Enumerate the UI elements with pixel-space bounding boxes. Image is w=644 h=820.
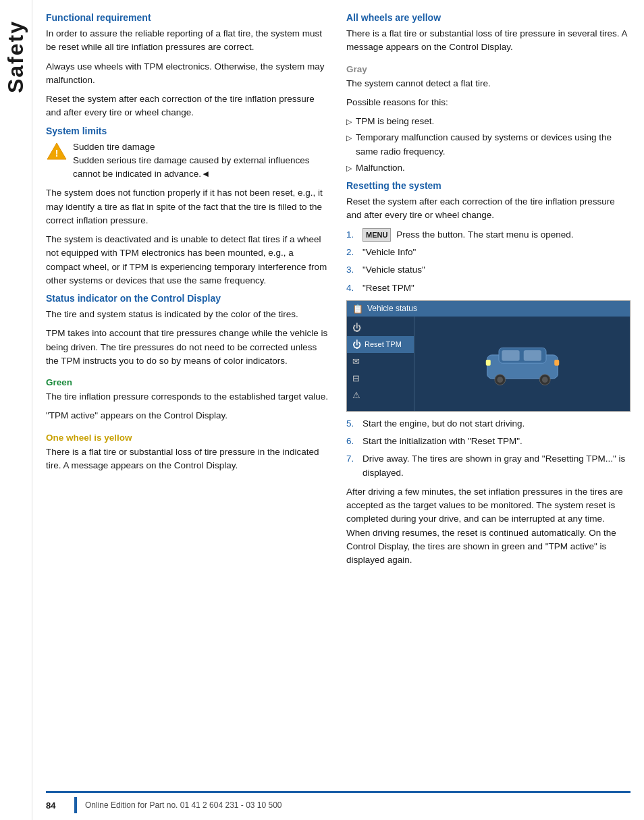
step-1-num: 1. — [346, 228, 357, 242]
step-5-num: 5. — [346, 417, 357, 431]
vs-menu-item-0[interactable]: ⏻ — [347, 319, 414, 336]
vs-reset-tpm-label: Reset TPM — [365, 340, 402, 348]
svg-rect-4 — [502, 350, 519, 361]
step-3-text: "Vehicle status" — [363, 263, 425, 277]
svg-rect-5 — [523, 350, 541, 361]
two-column-layout: Functional requirement In order to assur… — [46, 12, 630, 784]
power-icon: ⏻ — [352, 323, 361, 333]
step-2: 2. "Vehicle Info" — [346, 246, 630, 259]
functional-requirement-heading: Functional requirement — [46, 12, 330, 23]
svg-text:!: ! — [55, 148, 59, 159]
right-column: All wheels are yellow There is a flat ti… — [346, 12, 630, 784]
gray-para1: The system cannot detect a flat tire. — [346, 77, 630, 90]
step-2-text: "Vehicle Info" — [363, 246, 416, 259]
menu-badge: MENU — [363, 228, 391, 242]
func-req-para1: In order to assure the reliable reportin… — [46, 27, 330, 55]
reset-tpm-icon: ⏻ — [352, 339, 361, 350]
footer-divider — [74, 797, 77, 813]
step-6-text: Start the initialization with "Reset TPM… — [363, 435, 522, 448]
sidebar-label: Safety — [3, 20, 28, 93]
vs-menu-item-3[interactable]: ⊟ — [347, 370, 414, 387]
all-wheels-yellow-section: All wheels are yellow There is a flat ti… — [346, 12, 630, 55]
step-4: 4. "Reset TPM" — [346, 281, 630, 295]
svg-rect-11 — [554, 360, 559, 366]
gray-bullet-2: Malfunction. — [346, 161, 630, 175]
warning-line1: Sudden tire damage — [73, 142, 155, 152]
left-column: Functional requirement In order to assur… — [46, 12, 330, 784]
gray-bullet-list: TPM is being reset. Temporary malfunctio… — [346, 115, 630, 175]
warning-text: Sudden tire damage Sudden serious tire d… — [73, 140, 330, 182]
warning-menu-icon: ⚠ — [352, 390, 360, 400]
vs-body: ⏻ ⏻ Reset TPM ✉ ⊟ — [347, 317, 630, 411]
step-5: 5. Start the engine, but do not start dr… — [346, 417, 630, 431]
gray-section: Gray The system cannot detect a flat tir… — [346, 64, 630, 175]
vs-menu-item-2[interactable]: ✉ — [347, 353, 414, 370]
one-wheel-para1: There is a flat tire or substantial loss… — [46, 445, 330, 473]
all-wheels-yellow-heading: All wheels are yellow — [346, 12, 630, 23]
step-2-num: 2. — [346, 246, 357, 259]
step-6: 6. Start the initialization with "Reset … — [346, 435, 630, 448]
green-heading: Green — [46, 377, 330, 387]
warning-box: ! Sudden tire damage Sudden serious tire… — [46, 140, 330, 182]
main-content: Functional requirement In order to assur… — [32, 0, 644, 820]
final-para: After driving a few minutes, the set inf… — [346, 485, 630, 568]
one-wheel-yellow-heading: One wheel is yellow — [46, 433, 330, 443]
gray-para2: Possible reasons for this: — [346, 96, 630, 109]
vs-menu: ⏻ ⏻ Reset TPM ✉ ⊟ — [347, 317, 414, 411]
svg-point-9 — [541, 377, 547, 383]
sidebar: Safety — [0, 0, 32, 820]
step-1: 1. MENU Press the button. The start menu… — [346, 228, 630, 242]
step-7: 7. Drive away. The tires are shown in gr… — [346, 452, 630, 480]
step-3-num: 3. — [346, 263, 357, 277]
green-para1: The tire inflation pressure corresponds … — [46, 390, 330, 404]
warning-line2: Sudden serious tire damage caused by ext… — [73, 155, 309, 179]
car-diagram-svg — [475, 337, 570, 391]
step-1-text: MENU Press the button. The start menu is… — [363, 228, 574, 242]
vs-menu-item-4[interactable]: ⚠ — [347, 387, 414, 404]
resetting-system-heading: Resetting the system — [346, 180, 630, 191]
step-6-num: 6. — [346, 435, 357, 448]
system-limits-heading: System limits — [46, 126, 330, 136]
svg-point-7 — [497, 377, 503, 383]
sys-limits-para2: The system is deactivated and is unable … — [46, 233, 330, 288]
message-icon: ✉ — [352, 356, 360, 366]
vehicle-status-screenshot: 📋 Vehicle status ⏻ ⏻ Reset TPM — [346, 300, 630, 412]
vs-car-area — [414, 317, 630, 411]
page-wrapper: Safety Functional requirement In order t… — [0, 0, 644, 820]
func-req-para3: Reset the system after each correction o… — [46, 92, 330, 120]
step-7-text: Drive away. The tires are shown in gray … — [363, 452, 630, 480]
status-para1: The tire and system status is indicated … — [46, 308, 330, 321]
step-4-text: "Reset TPM" — [363, 281, 414, 295]
one-wheel-yellow-section: One wheel is yellow There is a flat tire… — [46, 433, 330, 473]
vs-header-icon: 📋 — [352, 304, 363, 314]
svg-rect-10 — [485, 360, 490, 366]
green-section: Green The tire inflation pressure corres… — [46, 377, 330, 423]
page-footer: 84 Online Edition for Part no. 01 41 2 6… — [46, 791, 630, 813]
resetting-para1: Reset the system after each correction o… — [346, 195, 630, 223]
gray-bullet-0: TPM is being reset. — [346, 115, 630, 128]
status-para2: TPM takes into account that tire pressur… — [46, 327, 330, 368]
all-wheels-para1: There is a flat tire or substantial loss… — [346, 27, 630, 55]
vs-header-label: Vehicle status — [367, 304, 417, 313]
sys-limits-para1: The system does not function properly if… — [46, 186, 330, 227]
system-limits-section: System limits ! Sudden tire damage Sudde… — [46, 126, 330, 288]
step-7-num: 7. — [346, 452, 357, 466]
page-number: 84 — [46, 800, 66, 811]
footer-text: Online Edition for Part no. 01 41 2 604 … — [85, 800, 282, 810]
func-req-para2: Always use wheels with TPM electronics. … — [46, 60, 330, 88]
steps-list-1: 1. MENU Press the button. The start menu… — [346, 228, 630, 295]
gray-bullet-1: Temporary malfunction caused by systems … — [346, 131, 630, 159]
status-indicator-section: Status indicator on the Control Display … — [46, 293, 330, 368]
functional-requirement-section: Functional requirement In order to assur… — [46, 12, 330, 120]
step-3: 3. "Vehicle status" — [346, 263, 630, 277]
resetting-system-section: Resetting the system Reset the system af… — [346, 180, 630, 567]
gray-heading: Gray — [346, 64, 630, 74]
green-para2: "TPM active" appears on the Control Disp… — [46, 409, 330, 422]
document-icon: ⊟ — [352, 373, 360, 383]
warning-triangle-icon: ! — [46, 142, 68, 161]
steps-list-2: 5. Start the engine, but do not start dr… — [346, 417, 630, 480]
status-indicator-heading: Status indicator on the Control Display — [46, 293, 330, 304]
step-4-num: 4. — [346, 281, 357, 295]
vs-header: 📋 Vehicle status — [347, 301, 630, 317]
vs-menu-item-reset-tpm[interactable]: ⏻ Reset TPM — [347, 336, 414, 353]
